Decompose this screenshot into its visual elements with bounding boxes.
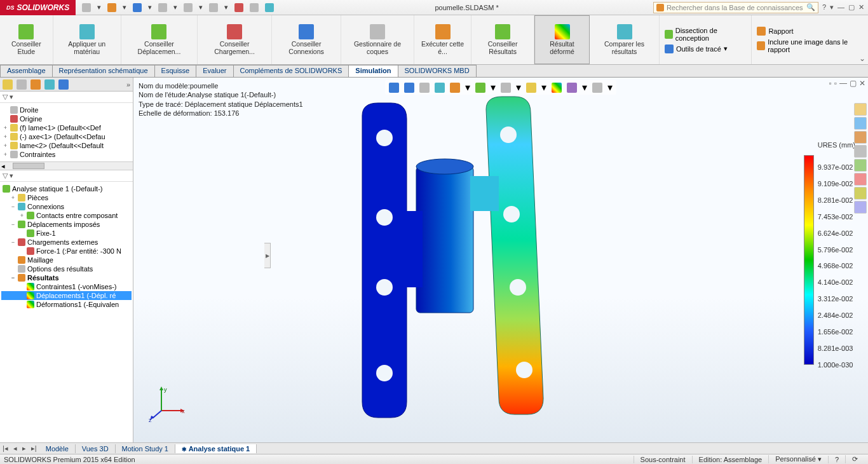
sim-loads[interactable]: −Chargements externes (1, 238, 132, 247)
tree-part-lame2[interactable]: +lame<2> (Default<<Default (1, 141, 132, 150)
docprops-icon[interactable] (265, 3, 274, 12)
btab-3dviews[interactable]: Vues 3D (76, 444, 116, 453)
tree-plane-droite[interactable]: Droite (1, 106, 132, 114)
ribbon-deformed-result[interactable]: Résultat déformé (534, 15, 590, 64)
sim-plot-displacement[interactable]: Déplacements1 (-Dépl. ré (1, 291, 132, 300)
search-icon[interactable]: 🔍 (806, 3, 815, 11)
resources-icon[interactable] (854, 117, 867, 130)
custom-props-icon[interactable] (854, 187, 867, 200)
ribbon-expand-icon[interactable]: ⌄ (859, 54, 865, 63)
result-opts-icon (18, 265, 25, 273)
ribbon-report[interactable]: Rapport (757, 27, 793, 36)
tree-part-lame1[interactable]: +(f) lame<1> (Default<<Def (1, 123, 132, 132)
status-units[interactable]: Personnalisé ▾ (768, 455, 828, 463)
restore-icon[interactable]: ▢ (848, 3, 855, 11)
tab-nav-next[interactable]: ▸ (20, 444, 29, 453)
btab-model[interactable]: Modèle (39, 444, 76, 453)
feature-manager-pane: » ▽ ▾ Droite Origine +(f) lame<1> (Defau… (0, 78, 133, 442)
status-help-icon[interactable]: ? (828, 456, 845, 463)
sim-results[interactable]: −Résultats (1, 273, 132, 282)
tab-nav-first[interactable]: |◂ (0, 444, 11, 453)
ribbon-shell-manager[interactable]: Gestionnaire de coques (341, 15, 414, 64)
ribbon-design-dissection[interactable]: Dissection de conception (665, 27, 747, 42)
tab-sketch[interactable]: Esquisse (154, 65, 197, 77)
dim-tab-icon[interactable] (44, 79, 55, 90)
tab-evaluate[interactable]: Evaluer (196, 65, 233, 77)
tree-mates[interactable]: +Contraintes (1, 150, 132, 159)
info-plot-type: Type de tracé: Déplacement statique Dépl… (139, 100, 303, 109)
tree-label: Déformations1 (-Equivalen (36, 301, 119, 308)
tree-origine[interactable]: Origine (1, 114, 132, 123)
tab-simulation[interactable]: Simulation (348, 65, 398, 77)
tree-part-axe1[interactable]: +(-) axe<1> (Default<<Defau (1, 132, 132, 141)
sim-parts[interactable]: +Pièces (1, 193, 132, 202)
sim-study[interactable]: Analyse statique 1 (-Default-) (1, 184, 132, 193)
open-icon[interactable] (107, 3, 116, 12)
flyout-handle[interactable]: ▶ (264, 243, 271, 268)
tree-hscroll[interactable]: ◂ (0, 161, 133, 170)
select-icon[interactable] (209, 3, 218, 12)
property-tab-icon[interactable] (17, 79, 27, 90)
tab-nav-last[interactable]: ▸| (29, 444, 39, 453)
sim-connections[interactable]: −Connexions (1, 202, 132, 211)
book-icon (656, 4, 664, 11)
status-rebuild-icon[interactable]: ⟳ (845, 455, 864, 463)
sim-mesh[interactable]: Maillage (1, 256, 132, 264)
display-tab-icon[interactable] (58, 79, 69, 90)
rebuild-icon[interactable] (234, 3, 243, 12)
feature-tree-tab-icon[interactable] (3, 79, 13, 90)
explorer-icon[interactable] (854, 145, 867, 158)
doc-ctrl-icon[interactable]: ▫ (834, 79, 837, 88)
ribbon-study-advisor[interactable]: Conseiller Etude (0, 15, 53, 64)
sim-contacts[interactable]: +Contacts entre composant (1, 211, 132, 220)
options-icon[interactable] (250, 3, 259, 12)
new-icon[interactable] (82, 3, 91, 12)
tab-assembly[interactable]: Assemblage (0, 65, 53, 77)
sim-tree-filter[interactable]: ▽ ▾ (0, 170, 133, 182)
sim-plot-stress[interactable]: Contraintes1 (-vonMises-) (1, 282, 132, 291)
knowledge-search[interactable]: Rechercher dans la Base de connaissances… (653, 2, 818, 13)
feature-tree: Droite Origine +(f) lame<1> (Default<<De… (0, 103, 133, 161)
ribbon-include-image[interactable]: Inclure une image dans le rapport (757, 38, 863, 53)
material-icon (79, 24, 95, 39)
btab-motion[interactable]: Motion Study 1 (116, 444, 175, 453)
close-icon[interactable]: ✕ (858, 3, 864, 11)
ribbon-fixture-advisor[interactable]: Conseiller Déplacemen... (121, 15, 198, 64)
view-palette-icon[interactable] (854, 159, 867, 172)
ribbon-plot-tools[interactable]: Outils de tracé ▾ (665, 44, 728, 53)
sim-fixtures[interactable]: −Déplacements imposés (1, 220, 132, 229)
appearances-icon[interactable] (854, 173, 867, 186)
ribbon-apply-material[interactable]: Appliquer un matériau (53, 15, 121, 64)
print-icon[interactable] (158, 3, 167, 12)
forum-icon[interactable] (854, 201, 867, 214)
library-icon[interactable] (854, 131, 867, 144)
panel-expand-icon[interactable]: » (126, 81, 130, 88)
tab-addins[interactable]: Compléments de SOLIDWORKS (233, 65, 349, 77)
ribbon-load-advisor[interactable]: Conseiller Chargemen... (198, 15, 272, 64)
ribbon-compare-results[interactable]: Comparer les résultats (590, 15, 660, 64)
tree-label: Origine (20, 115, 42, 123)
sim-plot-strain[interactable]: Déformations1 (-Equivalen (1, 300, 132, 309)
sim-fixed1[interactable]: Fixe-1 (1, 229, 132, 238)
window-controls: ?▾ — ▢ ✕ (818, 3, 868, 11)
save-icon[interactable] (133, 3, 142, 12)
ribbon-results-advisor[interactable]: Conseiller Résultats (471, 15, 534, 64)
help-icon[interactable]: ? (822, 3, 826, 11)
tree-filter[interactable]: ▽ ▾ (0, 92, 133, 103)
minimize-icon[interactable]: — (837, 3, 844, 11)
config-tab-icon[interactable] (31, 79, 41, 90)
ribbon-connection-advisor[interactable]: Conseiller Connexions (272, 15, 341, 64)
home-icon[interactable] (854, 103, 867, 116)
doc-minimize-icon[interactable]: — (839, 79, 847, 88)
undo-icon[interactable] (184, 3, 193, 12)
doc-ctrl-icon[interactable]: ▫ (829, 79, 831, 88)
tab-layout[interactable]: Représentation schématique (52, 65, 155, 77)
sim-force1[interactable]: Force-1 (:Par entité: -300 N (1, 247, 132, 256)
sim-result-options[interactable]: Options des résultats (1, 264, 132, 273)
btab-static-study[interactable]: ✱ Analyse statique 1 (175, 444, 257, 453)
graphics-viewport[interactable]: ▶ Nom du modèle:poumelle Nom de l'étude:… (133, 78, 868, 442)
orientation-triad[interactable]: xyz (149, 385, 187, 423)
tab-nav-prev[interactable]: ◂ (11, 444, 20, 453)
ribbon-run[interactable]: Exécuter cette é... (414, 15, 472, 64)
tab-mbd[interactable]: SOLIDWORKS MBD (398, 65, 477, 77)
